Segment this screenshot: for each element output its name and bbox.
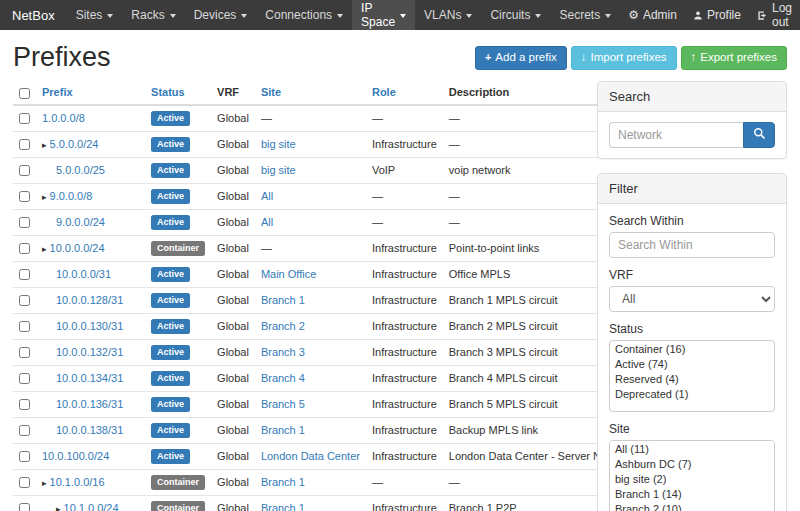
filter-option[interactable]: Container (16) — [610, 341, 774, 356]
prefix-link[interactable]: 10.0.0.130/31 — [56, 320, 123, 332]
site-link[interactable]: big site — [261, 164, 296, 176]
filter-option[interactable]: Branch 2 (10) — [610, 501, 774, 511]
column-header-prefix[interactable]: Prefix — [36, 81, 145, 105]
site-link[interactable]: Branch 5 — [261, 398, 305, 410]
nav-item-connections[interactable]: Connections — [256, 0, 352, 30]
add-a-prefix-button[interactable]: + Add a prefix — [475, 46, 567, 70]
row-checkbox[interactable] — [19, 269, 30, 280]
nav-item-devices[interactable]: Devices — [185, 0, 257, 30]
prefix-link[interactable]: 5.0.0.0/25 — [56, 164, 105, 176]
row-checkbox[interactable] — [19, 399, 30, 410]
nav-item-racks[interactable]: Racks — [122, 0, 184, 30]
row-checkbox[interactable] — [19, 217, 30, 228]
prefix-link[interactable]: 10.0.0.132/31 — [56, 346, 123, 358]
prefix-link[interactable]: 10.0.0.128/31 — [56, 294, 123, 306]
site-cell: Branch 5 — [255, 391, 366, 417]
row-checkbox[interactable] — [19, 477, 30, 488]
site-link[interactable]: Main Office — [261, 268, 316, 280]
row-checkbox[interactable] — [19, 113, 30, 124]
row-checkbox[interactable] — [19, 347, 30, 358]
site-link[interactable]: big site — [261, 138, 296, 150]
search-button[interactable] — [743, 122, 775, 148]
row-checkbox[interactable] — [19, 373, 30, 384]
prefix-link[interactable]: 9.0.0.0/24 — [56, 216, 105, 228]
expand-caret-icon: ▸ — [42, 192, 47, 202]
select-all-checkbox[interactable] — [19, 88, 30, 99]
row-checkbox[interactable] — [19, 165, 30, 176]
site-link[interactable]: Branch 1 — [261, 424, 305, 436]
prefix-link[interactable]: 10.0.0.138/31 — [56, 424, 123, 436]
nav-item-sites[interactable]: Sites — [67, 0, 123, 30]
row-checkbox[interactable] — [19, 451, 30, 462]
row-checkbox[interactable] — [19, 243, 30, 254]
site-link[interactable]: London Data Center — [261, 450, 360, 462]
prefix-link[interactable]: 1.0.0.0/8 — [42, 112, 85, 124]
prefix-link[interactable]: 5.0.0.0/24 — [50, 138, 99, 150]
plus-icon: + — [485, 51, 492, 65]
prefix-link[interactable]: 10.0.0.0/24 — [50, 242, 105, 254]
site-cell: big site — [255, 131, 366, 157]
table-row: ▸10.0.0.138/31 Active Global Branch 1 In… — [13, 417, 639, 443]
site-link[interactable]: Branch 2 — [261, 320, 305, 332]
column-header-status[interactable]: Status — [145, 81, 211, 105]
nav-item-secrets[interactable]: Secrets — [550, 0, 620, 30]
filter-option[interactable]: Ashburn DC (7) — [610, 456, 774, 471]
prefix-link[interactable]: 9.0.0.0/8 — [50, 190, 93, 202]
search-input[interactable] — [609, 122, 743, 148]
prefix-link[interactable]: 10.0.0.0/31 — [56, 268, 111, 280]
page-content: Prefixes + Add a prefix ↓ Import prefixe… — [0, 30, 800, 511]
site-cell: Branch 1 — [255, 417, 366, 443]
vrf-select[interactable]: All — [609, 286, 775, 312]
nav-item-vlans[interactable]: VLANs — [415, 0, 481, 30]
nav-item-circuits[interactable]: Circuits — [481, 0, 550, 30]
site-link[interactable]: All — [261, 190, 273, 202]
row-checkbox[interactable] — [19, 425, 30, 436]
site-link[interactable]: All — [261, 216, 273, 228]
role-value: Infrastructure — [366, 131, 443, 157]
filter-panel: Filter Search Within VRF All Status Cont… — [597, 173, 787, 511]
prefix-link[interactable]: 10.0.0.134/31 — [56, 372, 123, 384]
row-checkbox[interactable] — [19, 295, 30, 306]
user-icon — [693, 10, 703, 21]
app-logo[interactable]: NetBox — [8, 0, 67, 30]
filter-option[interactable]: Branch 1 (14) — [610, 486, 774, 501]
user-menu-item-admin[interactable]: ⚙ Admin — [620, 0, 685, 30]
prefix-link[interactable]: 10.0.0.136/31 — [56, 398, 123, 410]
vrf-value: Global — [211, 495, 255, 511]
prefix-link[interactable]: 10.1.0.0/24 — [64, 502, 119, 511]
site-link[interactable]: Branch 1 — [261, 294, 305, 306]
row-checkbox[interactable] — [19, 191, 30, 202]
user-menu-item-log-out[interactable]: Log out — [749, 0, 800, 30]
row-checkbox[interactable] — [19, 503, 30, 511]
nav-item-ip-space[interactable]: IP Space — [352, 0, 415, 30]
action-buttons: + Add a prefix ↓ Import prefixes ↑ Expor… — [475, 46, 787, 70]
user-menu-item-profile[interactable]: Profile — [685, 0, 749, 30]
vrf-value: Global — [211, 183, 255, 209]
role-value: Infrastructure — [366, 495, 443, 511]
prefix-link[interactable]: 10.0.100.0/24 — [42, 450, 109, 462]
column-header-site[interactable]: Site — [255, 81, 366, 105]
status-filter-listbox[interactable]: Container (16)Active (74)Reserved (4)Dep… — [609, 340, 775, 412]
column-header-role[interactable]: Role — [366, 81, 443, 105]
site-link[interactable]: Branch 4 — [261, 372, 305, 384]
export-prefixes-button[interactable]: ↑ Export prefixes — [681, 46, 787, 70]
row-checkbox[interactable] — [19, 139, 30, 150]
search-within-input[interactable] — [609, 232, 775, 258]
filter-option[interactable]: Active (74) — [610, 356, 774, 371]
site-link[interactable]: Branch 1 — [261, 476, 305, 488]
site-link[interactable]: Branch 3 — [261, 346, 305, 358]
site-cell: Branch 2 — [255, 313, 366, 339]
filter-option[interactable]: All (11) — [610, 441, 774, 456]
site-link[interactable]: Branch 1 — [261, 502, 305, 511]
prefix-link[interactable]: 10.1.0.0/16 — [50, 476, 105, 488]
row-checkbox[interactable] — [19, 321, 30, 332]
site-filter-listbox[interactable]: All (11)Ashburn DC (7)big site (2)Branch… — [609, 440, 775, 511]
page-title: Prefixes — [13, 42, 111, 73]
role-value: Infrastructure — [366, 365, 443, 391]
filter-option[interactable]: Reserved (4) — [610, 371, 774, 386]
import-prefixes-button[interactable]: ↓ Import prefixes — [571, 46, 677, 70]
status-badge: Active — [151, 345, 190, 360]
filter-option[interactable]: big site (2) — [610, 471, 774, 486]
nav-item-label: Devices — [194, 8, 237, 22]
filter-option[interactable]: Deprecated (1) — [610, 386, 774, 401]
